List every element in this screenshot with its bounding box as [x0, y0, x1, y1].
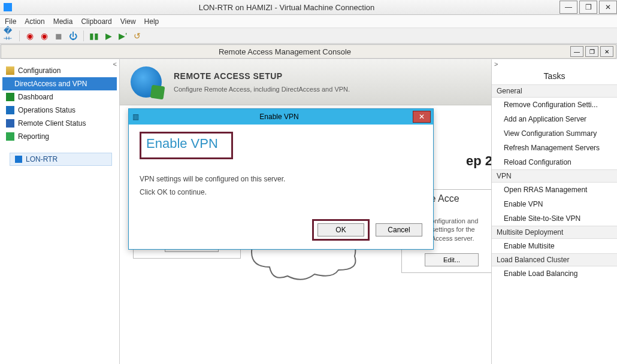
- report-icon: [6, 132, 14, 141]
- center-pane: REMOTE ACCESS SETUP Configure Remote Acc…: [120, 59, 491, 364]
- banner-title: REMOTE ACCESS SETUP: [174, 71, 350, 81]
- task-enable-load-balancing[interactable]: Enable Load Balancing: [492, 266, 617, 281]
- menu-help[interactable]: Help: [144, 17, 159, 26]
- record2-icon[interactable]: ◉: [39, 31, 50, 41]
- menu-clipboard[interactable]: Clipboard: [81, 17, 111, 26]
- ok-button[interactable]: OK: [317, 223, 364, 236]
- console-maximize-button[interactable]: ❐: [585, 46, 598, 57]
- tasks-title: Tasks: [492, 69, 617, 84]
- play-icon[interactable]: ▶: [103, 31, 114, 41]
- console-close-button[interactable]: ✕: [600, 46, 613, 57]
- task-enable-vpn[interactable]: Enable VPN: [492, 197, 617, 211]
- ctrl-alt-del-icon[interactable]: �⺾: [4, 31, 14, 41]
- task-remove-configuration[interactable]: Remove Configuration Setti...: [492, 98, 617, 112]
- tree-operations-status[interactable]: Operations Status: [2, 104, 117, 117]
- menubar: File Action Media Clipboard View Help: [0, 15, 617, 28]
- main-area: < Configuration DirectAccess and VPN Das…: [0, 59, 617, 364]
- banner: REMOTE ACCESS SETUP Configure Remote Acc…: [120, 59, 491, 105]
- dashboard-icon: [6, 93, 14, 101]
- pause-icon[interactable]: ▮▮: [89, 31, 99, 41]
- stop-icon[interactable]: ◼: [53, 31, 64, 41]
- banner-subtitle: Configure Remote Access, including Direc…: [174, 86, 350, 93]
- task-add-application-server[interactable]: Add an Application Server: [492, 112, 617, 126]
- server-icon: [15, 156, 22, 163]
- left-collapse-icon[interactable]: <: [113, 60, 117, 68]
- server-edit-button[interactable]: Edit...: [425, 253, 479, 266]
- tree-dashboard[interactable]: Dashboard: [2, 90, 117, 104]
- tree-remote-client-status[interactable]: Remote Client Status: [2, 117, 117, 130]
- dialog-close-button[interactable]: ✕: [413, 111, 431, 123]
- dialog-line1: VPN settings will be configured on this …: [140, 175, 422, 183]
- server-node[interactable]: LON-RTR: [10, 153, 112, 166]
- task-reload-configuration[interactable]: Reload Configuration: [492, 155, 617, 169]
- checkpoint-icon[interactable]: ▶': [117, 31, 128, 41]
- tasks-section-general: General: [492, 84, 617, 98]
- dialog-heading: Enable VPN: [146, 136, 218, 151]
- console-minimize-button[interactable]: —: [570, 46, 583, 57]
- vm-icon: [4, 3, 12, 11]
- vm-title: LON-RTR on HAMIZI - Virtual Machine Conn…: [16, 3, 558, 12]
- tree-item-label: Remote Client Status: [18, 119, 86, 128]
- tree-configuration-label: Configuration: [18, 66, 61, 75]
- vm-close-button[interactable]: ✕: [599, 1, 617, 14]
- dialog-heading-highlight: Enable VPN: [140, 132, 233, 159]
- menu-action[interactable]: Action: [25, 17, 44, 26]
- ok-highlight: OK: [312, 219, 370, 241]
- step-label: ep 2: [466, 153, 491, 169]
- task-enable-site-to-site-vpn[interactable]: Enable Site-to-Site VPN: [492, 211, 617, 226]
- toolbar: �⺾ ◉ ◉ ◼ ⏻ ▮▮ ▶ ▶' ↺: [0, 28, 617, 44]
- power-icon[interactable]: ⏻: [68, 31, 78, 41]
- dialog-title-icon: ▥: [132, 113, 142, 121]
- vm-titlebar: LON-RTR on HAMIZI - Virtual Machine Conn…: [0, 0, 617, 15]
- left-pane: < Configuration DirectAccess and VPN Das…: [0, 59, 120, 364]
- dialog-titlebar[interactable]: ▥ Enable VPN ✕: [129, 109, 433, 125]
- tree-directaccess-vpn[interactable]: DirectAccess and VPN: [2, 77, 117, 90]
- tree-item-label: Reporting: [18, 132, 49, 141]
- vm-minimize-button[interactable]: —: [559, 1, 577, 14]
- tasks-section-multisite: Multisite Deployment: [492, 226, 617, 239]
- operations-icon: [6, 106, 14, 114]
- task-open-rras-management[interactable]: Open RRAS Management: [492, 183, 617, 197]
- server-node-label: LON-RTR: [26, 155, 58, 163]
- task-enable-multisite[interactable]: Enable Multisite: [492, 239, 617, 253]
- tree-item-label: Operations Status: [18, 106, 75, 114]
- dialog-line2: Click OK to continue.: [140, 188, 422, 196]
- globe-icon: [131, 66, 162, 98]
- record-icon[interactable]: ◉: [25, 31, 35, 41]
- menu-view[interactable]: View: [120, 17, 136, 26]
- dialog-title: Enable VPN: [146, 113, 413, 121]
- tree-item-label: DirectAccess and VPN: [14, 80, 87, 88]
- tasks-section-load-balanced: Load Balanced Cluster: [492, 253, 617, 266]
- console-titlebar: Remote Access Management Console — ❐ ✕: [1, 44, 616, 59]
- enable-vpn-dialog: ▥ Enable VPN ✕ Enable VPN VPN settings w…: [128, 108, 434, 250]
- tree-configuration[interactable]: Configuration: [2, 64, 117, 77]
- tree-reporting[interactable]: Reporting: [2, 130, 117, 143]
- tasks-section-vpn: VPN: [492, 169, 617, 183]
- right-collapse-icon[interactable]: >: [492, 59, 617, 69]
- vm-maximize-button[interactable]: ❐: [579, 1, 597, 14]
- tree-item-label: Dashboard: [18, 93, 53, 101]
- menu-media[interactable]: Media: [53, 17, 73, 26]
- revert-icon[interactable]: ↺: [132, 31, 143, 41]
- task-refresh-management-servers[interactable]: Refresh Management Servers: [492, 141, 617, 155]
- cancel-button[interactable]: Cancel: [376, 223, 422, 236]
- wrench-icon: [6, 66, 14, 75]
- tasks-pane: > Tasks General Remove Configuration Set…: [491, 59, 617, 364]
- menu-file[interactable]: File: [5, 17, 16, 26]
- console-title: Remote Access Management Console: [1, 47, 568, 56]
- task-view-configuration-summary[interactable]: View Configuration Summary: [492, 126, 617, 141]
- monitor-icon: [6, 119, 14, 128]
